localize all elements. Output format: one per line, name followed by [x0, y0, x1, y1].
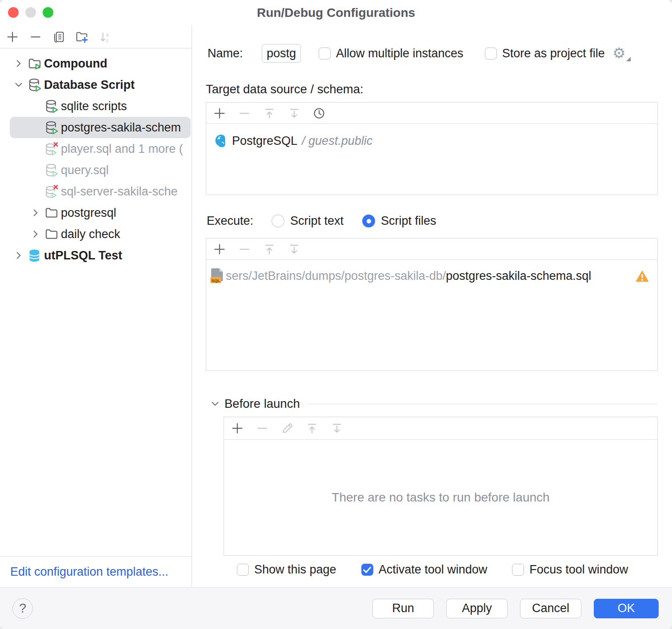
- svg-text:z: z: [106, 38, 108, 43]
- remove-configuration-icon[interactable]: [28, 30, 43, 44]
- checkbox-unchecked-icon[interactable]: [485, 48, 497, 60]
- activate-tool-window-label: Activate tool window: [379, 563, 488, 577]
- name-input[interactable]: [262, 44, 301, 63]
- store-as-project-file-checkbox[interactable]: Store as project file: [485, 47, 605, 60]
- ok-button[interactable]: OK: [594, 599, 659, 618]
- radio-selected-icon[interactable]: [362, 215, 375, 227]
- name-label: Name:: [208, 47, 262, 60]
- show-this-page-checkbox[interactable]: Show this page: [237, 563, 336, 577]
- checkbox-unchecked-icon[interactable]: [319, 48, 331, 60]
- activate-tool-window-checkbox[interactable]: Activate tool window: [361, 563, 488, 577]
- add-icon[interactable]: [230, 421, 244, 435]
- edit-configuration-templates-link[interactable]: Edit configuration templates...: [10, 565, 168, 579]
- chevron-right-icon[interactable]: [28, 227, 44, 241]
- move-down-icon[interactable]: [330, 421, 344, 435]
- script-text-radio[interactable]: Script text: [272, 214, 344, 228]
- before-launch-empty-message: There are no tasks to run before launch: [332, 490, 549, 505]
- script-files-panel: SQL sers/JetBrains/dumps/postgres-sakila…: [206, 238, 658, 371]
- execute-label: Execute:: [207, 214, 271, 228]
- zoom-window-button[interactable]: [43, 7, 53, 18]
- move-down-icon[interactable]: [287, 242, 301, 256]
- show-this-page-label: Show this page: [254, 563, 336, 577]
- data-source-row[interactable]: PostgreSQL / guest.public: [206, 130, 657, 151]
- chevron-down-icon[interactable]: [11, 78, 27, 92]
- tree-item-label: sql-server-sakila-sche: [61, 185, 178, 199]
- script-file-name: postgres-sakila-schema.sql: [446, 269, 591, 283]
- script-files-radio[interactable]: Script files: [362, 214, 436, 228]
- help-button[interactable]: ?: [12, 598, 33, 619]
- footer-buttons: Run Apply Cancel OK: [372, 599, 659, 618]
- bottom-options-row: Show this page Activate tool window Focu…: [237, 563, 658, 577]
- tree-item-database-script[interactable]: Database Script: [10, 74, 191, 96]
- move-up-icon[interactable]: [262, 242, 276, 256]
- checkbox-unchecked-icon[interactable]: [237, 564, 249, 576]
- chevron-right-icon[interactable]: [11, 56, 27, 71]
- title-bar: Run/Debug Configurations: [0, 0, 672, 25]
- chevron-right-icon[interactable]: [28, 206, 44, 220]
- tree-item-postgresql-folder[interactable]: postgresql: [10, 202, 191, 223]
- new-folder-icon[interactable]: [75, 30, 89, 44]
- gear-icon[interactable]: ⚙: [611, 45, 627, 61]
- radio-unselected-icon[interactable]: [272, 215, 284, 227]
- tree-item-label: query.sql: [61, 163, 109, 177]
- add-configuration-icon[interactable]: [5, 30, 20, 44]
- database-error-icon: [44, 141, 60, 157]
- cancel-button[interactable]: Cancel: [520, 599, 581, 618]
- remove-icon[interactable]: [237, 106, 252, 120]
- script-file-row[interactable]: SQL sers/JetBrains/dumps/postgres-sakila…: [206, 265, 657, 287]
- dialog-footer: ? Run Apply Cancel OK: [0, 587, 672, 629]
- tree-item-query-sql[interactable]: query.sql: [10, 159, 191, 181]
- tree-item-utplsql-test[interactable]: utPLSQL Test: [10, 245, 191, 266]
- minimize-window-button[interactable]: [25, 7, 36, 18]
- move-down-icon[interactable]: [287, 106, 301, 120]
- chevron-down-icon[interactable]: [208, 397, 222, 411]
- configuration-form: Name: Allow multiple instances Store as …: [192, 25, 672, 587]
- close-window-button[interactable]: [8, 7, 19, 18]
- target-data-source-label: Target data source / schema:: [206, 82, 658, 96]
- checkbox-checked-icon[interactable]: [361, 564, 373, 576]
- remove-icon[interactable]: [255, 421, 269, 435]
- before-launch-label: Before launch: [224, 397, 300, 411]
- tree-item-sqlite-scripts[interactable]: sqlite scripts: [10, 96, 191, 117]
- before-launch-header[interactable]: Before launch: [206, 397, 658, 411]
- target-data-source-panel: PostgreSQL / guest.public: [206, 102, 658, 195]
- tree-item-player-sql[interactable]: player.sql and 1 more (: [10, 138, 191, 159]
- tree-item-daily-check-folder[interactable]: daily check: [10, 223, 191, 245]
- move-up-icon[interactable]: [305, 421, 319, 435]
- run-debug-configurations-dialog: Run/Debug Configurations: [0, 0, 672, 629]
- add-icon[interactable]: [212, 242, 227, 256]
- tree-item-label: daily check: [61, 227, 120, 241]
- before-launch-panel: There are no tasks to run before launch: [224, 417, 658, 556]
- folder-icon: [44, 205, 60, 221]
- configurations-tree: Compound Database Script sqlite scripts: [0, 48, 192, 266]
- before-launch-toolbar: [224, 417, 657, 440]
- checkbox-unchecked-icon[interactable]: [512, 564, 524, 576]
- move-up-icon[interactable]: [262, 106, 276, 120]
- tree-item-compound[interactable]: Compound: [10, 53, 191, 74]
- data-source-name: PostgreSQL: [232, 134, 297, 148]
- tree-item-postgres-sakila-schema[interactable]: postgres-sakila-schem: [10, 117, 191, 138]
- script-text-label: Script text: [290, 214, 344, 228]
- remove-icon[interactable]: [237, 242, 252, 256]
- store-as-project-file-label: Store as project file: [502, 47, 605, 60]
- run-button[interactable]: Run: [372, 599, 434, 618]
- chevron-right-icon[interactable]: [11, 248, 27, 263]
- copy-configuration-icon[interactable]: [52, 30, 66, 44]
- add-icon[interactable]: [212, 106, 227, 120]
- utplsql-database-icon: [27, 247, 43, 263]
- sidebar-toolbar: az: [0, 25, 192, 48]
- apply-button[interactable]: Apply: [446, 599, 508, 618]
- before-launch-empty-area: There are no tasks to run before launch: [224, 440, 657, 555]
- tree-item-sql-server-sakila-schema[interactable]: sql-server-sakila-sche: [10, 181, 191, 202]
- folder-icon: [44, 226, 60, 242]
- edit-pencil-icon[interactable]: [280, 421, 294, 435]
- execute-row: Execute: Script text Script files: [206, 214, 658, 228]
- compound-folder-run-icon: [27, 56, 43, 72]
- recent-clock-icon[interactable]: [312, 106, 326, 120]
- warning-icon: [635, 270, 649, 283]
- postgresql-icon: [213, 133, 229, 149]
- focus-tool-window-checkbox[interactable]: Focus tool window: [512, 563, 628, 577]
- sql-file-icon: SQL: [210, 267, 225, 284]
- sort-alphabetically-icon[interactable]: az: [98, 30, 112, 44]
- allow-multiple-instances-checkbox[interactable]: Allow multiple instances: [319, 47, 464, 60]
